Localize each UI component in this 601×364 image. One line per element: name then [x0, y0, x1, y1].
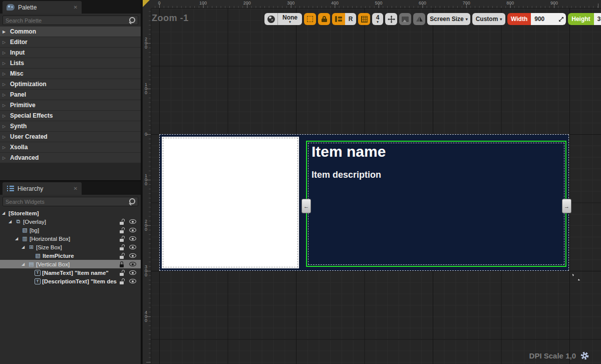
- lock-open-icon[interactable]: [120, 278, 125, 284]
- vertical-box-selected[interactable]: Item name Item description: [306, 141, 566, 267]
- palette-category-special-effects[interactable]: ▷Special Effects: [0, 111, 141, 121]
- flip-preview-button[interactable]: [413, 13, 425, 25]
- tree-row-vertical[interactable]: ◢▤[Vertical Box]: [0, 260, 141, 268]
- palette-category-label: User Created: [10, 133, 48, 140]
- palette-category-user-created[interactable]: ▷User Created: [0, 132, 141, 142]
- lock-open-icon[interactable]: [120, 253, 125, 259]
- palette-category-lists[interactable]: ▷Lists: [0, 58, 141, 68]
- tree-row-overlay[interactable]: ◢⧉[Overlay]: [0, 217, 141, 226]
- chevron-down-icon: ▾: [500, 17, 502, 22]
- description-text-widget[interactable]: Item description: [312, 170, 381, 180]
- height-label: Height: [568, 13, 593, 25]
- expander-icon: ◢: [22, 245, 27, 249]
- lock-open-icon[interactable]: [120, 219, 125, 225]
- store-item-widget-preview[interactable]: Item name Item description ← →: [159, 134, 569, 271]
- width-input[interactable]: 900: [531, 13, 556, 25]
- visibility-eye-icon[interactable]: [129, 245, 136, 249]
- visibility-eye-icon[interactable]: [129, 228, 136, 232]
- image-widget-icon: ▧: [35, 252, 41, 259]
- expander-icon: ◢: [15, 236, 20, 241]
- row-controls: [120, 236, 136, 242]
- palette-search-input[interactable]: [6, 18, 129, 24]
- visibility-eye-icon[interactable]: [129, 279, 136, 283]
- hierarchy-searchbox[interactable]: [3, 197, 138, 206]
- expander-icon: ▷: [3, 114, 8, 118]
- hierarchy-close-icon[interactable]: ✕: [74, 186, 78, 191]
- ruler-corner-marker: [143, 0, 151, 9]
- tree-row-horizontal[interactable]: ◢▥[Horizontal Box]: [0, 234, 141, 243]
- palette-category-panel[interactable]: ▷Panel: [0, 90, 141, 100]
- palette-category-xsolla[interactable]: ▷Xsolla: [0, 142, 141, 152]
- preview-world-button[interactable]: [264, 13, 277, 25]
- visibility-eye-icon[interactable]: [129, 270, 136, 275]
- tree-row-itempicture[interactable]: ▧ItemPicture: [0, 251, 141, 260]
- hierarchy-search-input[interactable]: [6, 199, 129, 205]
- palette-searchbox[interactable]: [3, 16, 138, 25]
- height-input[interactable]: 300: [594, 13, 601, 25]
- image-widget-icon: ▧: [22, 227, 28, 233]
- palette-category-advanced[interactable]: ▷Advanced: [0, 153, 141, 163]
- palette-category-primitive[interactable]: ▷Primitive: [0, 100, 141, 110]
- visibility-eye-icon[interactable]: [129, 236, 136, 241]
- palette-category-optimization[interactable]: ▷Optimization: [0, 79, 141, 89]
- tree-row-descriptiontext[interactable]: T[DescriptionText] "Item des: [0, 277, 141, 285]
- lock-open-icon[interactable]: [120, 270, 125, 276]
- palette-tab[interactable]: Palette ✕: [3, 1, 82, 14]
- palette-category-input[interactable]: ▷Input: [0, 48, 141, 58]
- lock-open-icon[interactable]: [120, 236, 125, 242]
- name-text-widget[interactable]: Item name: [312, 143, 386, 160]
- raw-text-button[interactable]: R: [345, 13, 356, 25]
- lock-open-icon[interactable]: [120, 227, 125, 233]
- expander-icon: ▷: [3, 135, 8, 139]
- screen-size-dropdown[interactable]: Screen Size ▾: [427, 13, 470, 25]
- item-picture-widget[interactable]: [162, 137, 299, 268]
- lock-open-icon[interactable]: [120, 244, 125, 250]
- respect-locks-button[interactable]: [318, 13, 330, 25]
- tree-row-storeitem[interactable]: ◢[StoreItem]: [0, 209, 141, 217]
- palette-category-misc[interactable]: ▷Misc: [0, 69, 141, 79]
- tree-row-nametext[interactable]: T[NameText] "Item name": [0, 268, 141, 277]
- grid-icon: [361, 16, 368, 23]
- tree-row-label: [StoreItem]: [9, 210, 39, 216]
- hierarchy-tab[interactable]: Hierarchy ✕: [3, 182, 82, 195]
- toggle-outlines-button[interactable]: [304, 13, 316, 25]
- localization-preview-button[interactable]: [332, 13, 345, 25]
- localization-none-dropdown[interactable]: None ▾: [278, 13, 302, 25]
- grid-snap-size-dropdown[interactable]: 4 ▾: [372, 13, 383, 25]
- designer-canvas[interactable]: Zoom -1 None ▾: [143, 0, 601, 364]
- visibility-eye-icon[interactable]: [129, 219, 136, 224]
- visibility-eye-icon[interactable]: [129, 253, 136, 258]
- palette-category-editor[interactable]: ▷Editor: [0, 37, 141, 47]
- palette-tabbar: Palette ✕: [0, 0, 141, 14]
- arrow-right-icon: →: [564, 203, 569, 209]
- resize-handle-right[interactable]: →: [562, 199, 571, 213]
- image-icon: [402, 17, 409, 22]
- chevron-down-icon: ▾: [289, 21, 291, 23]
- palette-category-label: Primitive: [10, 102, 36, 109]
- custom-size-dropdown[interactable]: Custom ▾: [472, 13, 505, 25]
- resize-handle-left[interactable]: ←: [302, 199, 311, 213]
- grid-snap-toggle-button[interactable]: [358, 13, 370, 25]
- background-image-button[interactable]: [399, 13, 411, 25]
- custom-label: Custom: [476, 16, 498, 23]
- row-controls: [120, 219, 136, 225]
- visibility-eye-icon[interactable]: [129, 262, 136, 266]
- chevron-down-icon: ▾: [377, 21, 379, 23]
- width-drag-handle[interactable]: [556, 13, 566, 25]
- tree-row-size[interactable]: ◢⊞[Size Box]: [0, 243, 141, 251]
- resize-cursor-icon: [568, 271, 583, 286]
- expander-icon: ▷: [3, 40, 8, 45]
- h-ruler-label-400: 400: [331, 1, 339, 6]
- palette-close-icon[interactable]: ✕: [74, 5, 78, 10]
- gear-icon[interactable]: [580, 351, 589, 360]
- transform-mode-button[interactable]: [385, 13, 397, 25]
- expander-icon: ▷: [3, 51, 8, 55]
- tree-row-label: ItemPicture: [43, 253, 74, 259]
- lock-closed-icon[interactable]: [120, 261, 125, 267]
- palette-category-common[interactable]: ▶Common: [0, 27, 141, 37]
- h-ruler-label-900: 900: [550, 1, 558, 6]
- tree-row-bg[interactable]: ▧[bg]: [0, 226, 141, 234]
- palette-category-synth[interactable]: ▷Synth: [0, 121, 141, 131]
- expander-icon: ▷: [3, 124, 8, 129]
- horizontal-ruler: [143, 0, 601, 9]
